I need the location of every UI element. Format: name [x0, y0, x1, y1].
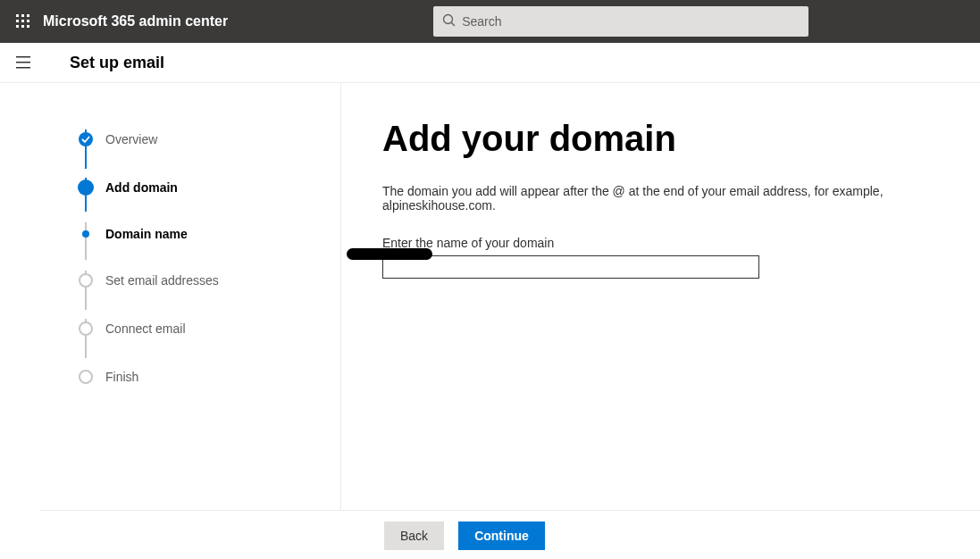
main-panel: Add your domain The domain you add will … [341, 83, 980, 510]
content: Overview Add domain Domain name Set emai… [39, 83, 980, 511]
substep-domain-name[interactable]: Domain name [79, 212, 340, 256]
svg-point-9 [444, 15, 453, 24]
step-label: Connect email [105, 321, 186, 336]
svg-rect-13 [16, 67, 30, 69]
redacted-text [347, 248, 432, 260]
svg-rect-6 [16, 25, 19, 28]
check-icon [79, 132, 93, 146]
app-launcher-icon[interactable] [9, 7, 38, 36]
svg-rect-12 [16, 62, 30, 63]
domain-input[interactable] [382, 255, 759, 279]
svg-rect-7 [21, 25, 24, 28]
app-title: Microsoft 365 admin center [43, 13, 228, 29]
svg-rect-4 [21, 20, 24, 22]
svg-rect-5 [27, 20, 29, 22]
svg-rect-1 [21, 14, 24, 17]
continue-button[interactable]: Continue [458, 521, 545, 550]
page-title: Set up email [70, 54, 164, 72]
subheader: Set up email [0, 43, 980, 83]
top-bar: Microsoft 365 admin center [0, 0, 980, 43]
search-input[interactable] [433, 6, 808, 37]
substep-icon [82, 230, 89, 238]
step-overview[interactable]: Overview [79, 115, 340, 163]
menu-icon[interactable] [11, 50, 36, 75]
svg-rect-8 [27, 25, 29, 28]
svg-rect-2 [27, 14, 29, 17]
svg-line-10 [451, 22, 455, 26]
svg-rect-0 [16, 14, 19, 17]
step-label: Overview [105, 132, 157, 146]
pending-step-icon [79, 370, 93, 384]
step-label: Set email addresses [105, 273, 219, 288]
search-field[interactable] [433, 6, 808, 37]
svg-rect-11 [16, 56, 30, 58]
main-description: The domain you add will appear after the… [382, 184, 944, 213]
domain-field-label: Enter the name of your domain [382, 236, 944, 250]
pending-step-icon [79, 321, 93, 336]
step-set-email[interactable]: Set email addresses [79, 256, 340, 305]
main-heading: Add your domain [382, 119, 944, 159]
back-button[interactable]: Back [384, 521, 444, 550]
progress-sidebar: Overview Add domain Domain name Set emai… [39, 83, 341, 510]
active-step-icon [78, 179, 94, 196]
step-label: Domain name [105, 227, 188, 241]
footer: Back Continue [0, 511, 980, 559]
pending-step-icon [79, 273, 93, 288]
step-finish[interactable]: Finish [79, 353, 340, 401]
step-connect-email[interactable]: Connect email [79, 305, 340, 353]
step-label: Add domain [105, 180, 178, 195]
step-add-domain[interactable]: Add domain [79, 163, 340, 212]
svg-rect-3 [16, 20, 19, 22]
search-icon [442, 13, 456, 30]
step-label: Finish [105, 370, 138, 384]
